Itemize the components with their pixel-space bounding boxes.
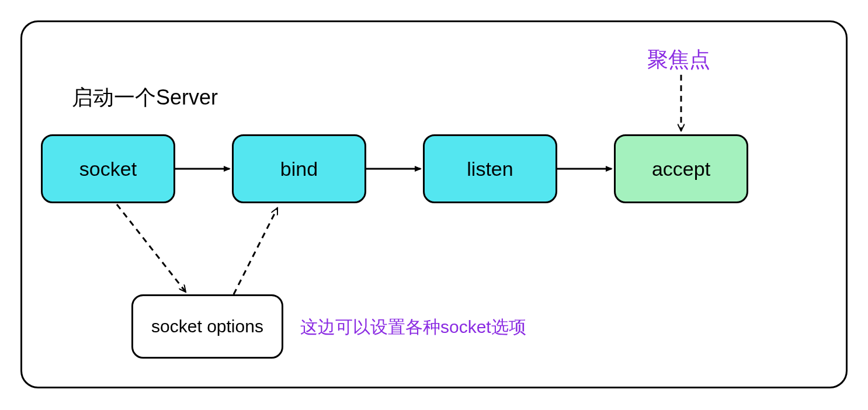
container-title: 启动一个Server bbox=[72, 84, 218, 112]
node-socket-options-label: socket options bbox=[151, 317, 263, 336]
annotation-options-note: 这边可以设置各种socket选项 bbox=[300, 315, 526, 339]
annotation-focus-label: 聚焦点 bbox=[647, 46, 710, 74]
node-bind-label: bind bbox=[280, 158, 318, 180]
node-socket: socket bbox=[41, 134, 175, 203]
node-socket-options: socket options bbox=[131, 294, 283, 359]
node-listen-label: listen bbox=[467, 158, 513, 180]
node-accept-label: accept bbox=[652, 158, 710, 180]
node-listen: listen bbox=[423, 134, 557, 203]
node-bind: bind bbox=[232, 134, 366, 203]
node-accept: accept bbox=[614, 134, 748, 203]
node-socket-label: socket bbox=[79, 158, 137, 180]
